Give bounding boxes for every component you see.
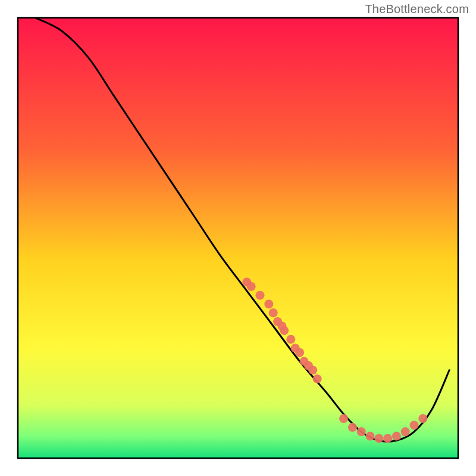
data-point	[308, 366, 317, 375]
data-point	[348, 423, 357, 432]
data-point	[366, 432, 375, 441]
chart-background-gradient	[18, 18, 458, 458]
data-point	[374, 434, 383, 443]
data-point	[264, 300, 273, 309]
data-point	[313, 374, 322, 383]
data-point	[383, 434, 392, 443]
data-point	[286, 335, 295, 344]
data-point	[247, 282, 256, 291]
data-point	[357, 427, 366, 436]
chart-container: TheBottleneck.com	[0, 0, 476, 476]
data-point	[339, 414, 348, 423]
data-point	[269, 308, 278, 317]
data-point	[280, 326, 289, 335]
watermark-text: TheBottleneck.com	[365, 2, 469, 16]
data-point	[295, 348, 304, 357]
data-point	[410, 421, 419, 430]
data-point	[401, 427, 410, 436]
data-point	[392, 432, 401, 441]
chart-svg	[0, 0, 476, 476]
data-point	[418, 414, 427, 423]
data-point	[256, 291, 265, 300]
